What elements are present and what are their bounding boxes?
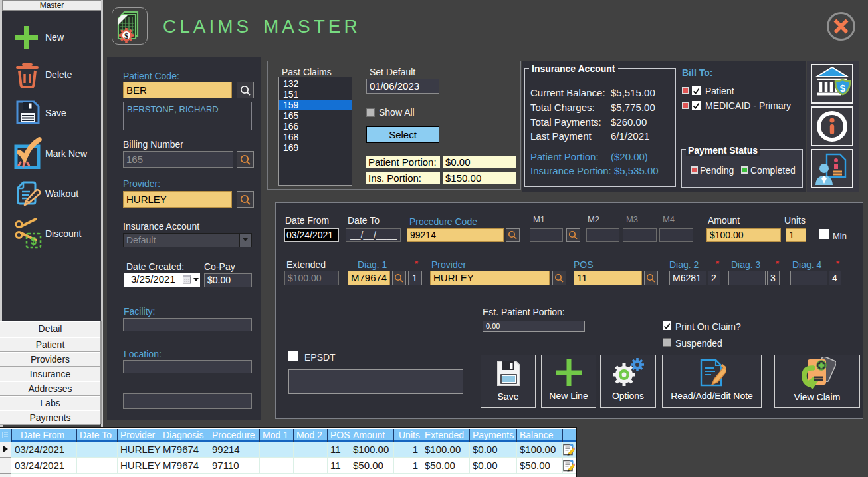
svg-text:$: $ — [31, 236, 37, 247]
svg-text:$: $ — [840, 82, 846, 94]
svg-text:$: $ — [124, 31, 128, 41]
